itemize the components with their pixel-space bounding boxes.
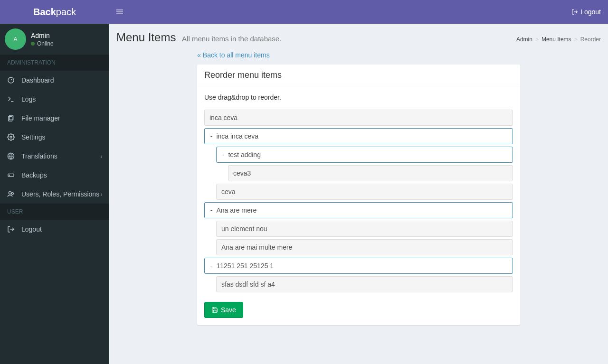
back-link-label: Back to all menu items <box>203 51 270 59</box>
box-title: Reorder menu items <box>197 65 520 86</box>
user-panel: A Admin Online <box>0 24 109 55</box>
status-dot-icon <box>31 42 35 46</box>
svg-rect-13 <box>116 11 123 12</box>
svg-rect-2 <box>10 115 13 120</box>
sidebar-section-admin: ADMINISTRATION <box>0 55 109 71</box>
tree-node-label: ceva3 <box>233 169 251 177</box>
tree-node[interactable]: sfas dsdf sfd sf a4 <box>216 276 513 292</box>
reorder-tree: inca ceva - inca inca ceva <box>204 110 513 292</box>
sidebar-item-label: Logout <box>21 225 42 233</box>
terminal-icon <box>7 95 17 103</box>
sidebar-item-label: Backups <box>21 171 47 179</box>
tree-node[interactable]: un element nou <box>216 221 513 237</box>
brand-light: pack <box>56 7 76 17</box>
tree-node-label: Ana are mai multe mere <box>221 243 292 251</box>
page-title: Menu Items All menu items in the databas… <box>116 31 281 44</box>
tree-node-label: un element nou <box>221 225 267 233</box>
collapse-icon[interactable]: - <box>221 151 225 159</box>
brand-bold: Back <box>33 7 56 17</box>
tree-node[interactable]: - test adding <box>216 147 513 163</box>
sidebar-section-user: USER <box>0 204 109 220</box>
tree-node-label: inca inca ceva <box>216 132 258 140</box>
chevron-left-icon: ‹ <box>101 192 102 197</box>
tree-node[interactable]: inca ceva <box>204 110 513 126</box>
dashboard-icon <box>7 76 17 84</box>
main-area: Logout Menu Items All menu items in the … <box>109 0 608 364</box>
reorder-box: Reorder menu items Use drag&drop to reor… <box>197 65 520 325</box>
back-link[interactable]: « Back to all menu items <box>197 51 270 59</box>
breadcrumb-sep-icon: > <box>535 36 539 43</box>
svg-rect-14 <box>116 14 123 14</box>
svg-point-10 <box>11 193 13 195</box>
sidebar-item-label: File manager <box>21 114 60 122</box>
page-title-text: Menu Items <box>116 31 176 44</box>
svg-point-4 <box>10 136 12 138</box>
svg-rect-12 <box>116 9 123 10</box>
double-angle-left-icon: « <box>197 51 201 59</box>
sidebar-item-logs[interactable]: Logs <box>0 90 109 109</box>
tree-node[interactable]: - 11251 251 25125 1 <box>204 258 513 274</box>
tree-node[interactable]: Ana are mai multe mere <box>216 239 513 255</box>
sidebar-item-logout[interactable]: Logout <box>0 220 109 239</box>
svg-point-8 <box>9 175 10 175</box>
sidebar-item-file-manager[interactable]: File manager <box>0 109 109 128</box>
collapse-icon[interactable]: - <box>209 262 213 270</box>
sidebar-item-translations[interactable]: Translations ‹ <box>0 147 109 166</box>
users-icon <box>7 190 17 198</box>
files-icon <box>7 114 17 122</box>
sidebar: Backpack A Admin Online ADMINISTRATION D… <box>0 0 109 364</box>
sidebar-item-label: Settings <box>21 133 46 141</box>
avatar[interactable]: A <box>5 28 26 50</box>
page-subtitle: All menu items in the database. <box>182 35 281 43</box>
sidebar-item-label: Translations <box>21 152 57 160</box>
content-header: Menu Items All menu items in the databas… <box>109 24 608 44</box>
tree-node[interactable]: ceva3 <box>228 165 513 181</box>
breadcrumb-admin[interactable]: Admin <box>516 36 532 43</box>
save-button[interactable]: Save <box>204 302 243 318</box>
content: « Back to all menu items Reorder menu it… <box>109 44 608 364</box>
sidebar-item-label: Users, Roles, Permissions <box>21 190 99 198</box>
brand-logo[interactable]: Backpack <box>0 0 109 24</box>
breadcrumb: Admin > Menu Items > Reorder <box>516 36 601 43</box>
top-logout-button[interactable]: Logout <box>571 8 601 16</box>
svg-point-9 <box>9 192 11 194</box>
reorder-hint: Use drag&drop to reorder. <box>204 93 513 101</box>
sidebar-item-backups[interactable]: Backups <box>0 166 109 185</box>
tree-node[interactable]: - Ana are mere <box>204 202 513 218</box>
sidebar-item-settings[interactable]: Settings <box>0 128 109 147</box>
tree-node-label: Ana are mere <box>216 206 256 214</box>
tree-node[interactable]: ceva <box>216 184 513 200</box>
tree-node-label: test adding <box>228 151 261 159</box>
top-nav: Logout <box>109 0 608 24</box>
sidebar-menu-admin: Dashboard Logs File manager Settings <box>0 71 109 204</box>
chevron-left-icon: ‹ <box>101 154 102 159</box>
hamburger-icon[interactable] <box>116 9 123 15</box>
hdd-icon <box>7 171 17 179</box>
collapse-icon[interactable]: - <box>209 132 213 140</box>
user-status: Online <box>37 40 54 47</box>
tree-node-label: 11251 251 25125 1 <box>216 262 274 270</box>
sign-out-icon <box>7 225 17 233</box>
breadcrumb-menu-items[interactable]: Menu Items <box>542 36 571 43</box>
collapse-icon[interactable]: - <box>209 206 213 214</box>
tree-node[interactable]: - inca inca ceva <box>204 128 513 144</box>
sidebar-item-users-roles-permissions[interactable]: Users, Roles, Permissions ‹ <box>0 185 109 204</box>
tree-node-label: inca ceva <box>209 114 238 121</box>
sidebar-menu-user: Logout <box>0 220 109 239</box>
user-name: Admin <box>31 32 54 39</box>
sidebar-item-label: Logs <box>21 95 36 103</box>
globe-icon <box>7 152 17 160</box>
gear-icon <box>7 133 17 141</box>
save-icon <box>211 307 218 313</box>
sidebar-item-label: Dashboard <box>21 76 54 84</box>
breadcrumb-sep-icon: > <box>574 36 578 43</box>
svg-rect-3 <box>9 117 12 121</box>
sidebar-item-dashboard[interactable]: Dashboard <box>0 71 109 90</box>
breadcrumb-reorder: Reorder <box>580 36 601 43</box>
tree-node-label: sfas dsdf sfd sf a4 <box>221 280 275 288</box>
tree-node-label: ceva <box>221 188 236 196</box>
save-button-label: Save <box>221 306 236 314</box>
sign-out-icon <box>571 9 578 15</box>
top-logout-label: Logout <box>580 8 601 16</box>
